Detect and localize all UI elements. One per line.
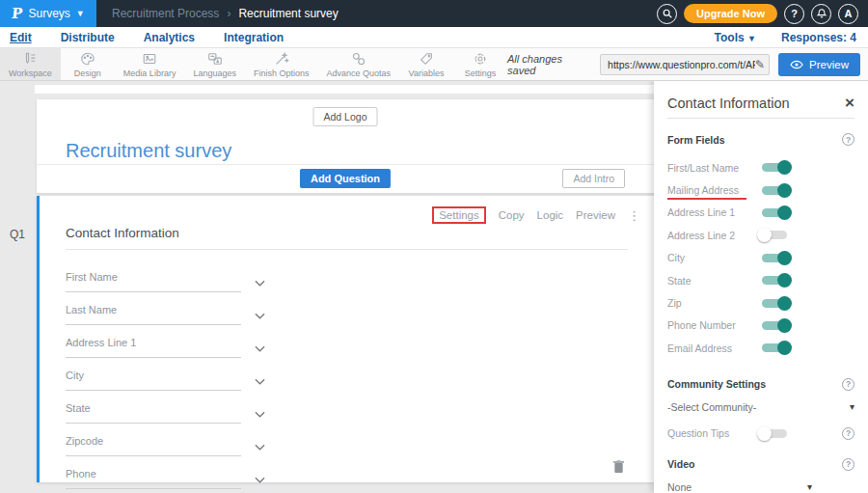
workspace-icon <box>22 51 38 67</box>
close-icon[interactable]: × <box>845 95 854 111</box>
form-fields-section-head: Form Fields ? <box>667 133 854 146</box>
question-action-preview[interactable]: Preview <box>576 209 615 221</box>
question-action-logic[interactable]: Logic <box>537 209 564 221</box>
field-input[interactable]: Address Line 1 <box>66 333 241 358</box>
toolbar-tab-settings[interactable]: Settings <box>453 48 507 80</box>
design-icon <box>80 51 95 67</box>
bell-icon <box>816 8 827 19</box>
chevron-down-icon: ▼ <box>747 34 756 43</box>
toggle-label: Zip <box>667 297 762 309</box>
toggle-email-address[interactable] <box>762 343 787 352</box>
field-input[interactable]: Last Name <box>66 300 241 325</box>
toolbar-tab-design[interactable]: Design <box>61 48 115 80</box>
chevron-down-icon[interactable] <box>255 378 265 385</box>
chevron-down-icon[interactable] <box>255 444 265 451</box>
add-intro-button[interactable]: Add Intro <box>562 169 625 188</box>
field-input[interactable]: Zipcode <box>66 431 241 456</box>
upgrade-now-button[interactable]: Upgrade Now <box>684 4 777 23</box>
toolbar-tab-label: Finish Options <box>254 68 310 78</box>
video-select[interactable]: None ▾ <box>667 481 812 493</box>
surveys-menu-label: Surveys <box>29 7 70 20</box>
help-icon[interactable]: ? <box>842 427 854 440</box>
finish-options-icon <box>274 51 289 67</box>
survey-url-value: https://www.questionpro.com/t/APNrFZ <box>608 59 755 70</box>
chevron-down-icon[interactable] <box>255 345 265 352</box>
toggle-label: Address Line 1 <box>667 206 762 218</box>
video-heading: Video <box>667 458 694 470</box>
toggle-city[interactable] <box>762 254 787 262</box>
edit-url-icon[interactable]: ✎ <box>755 58 765 71</box>
field-input[interactable]: State <box>66 398 241 424</box>
field-input[interactable]: Phone <box>66 464 241 489</box>
nav-item-integration[interactable]: Integration <box>224 31 284 44</box>
video-select-value: None <box>667 481 692 493</box>
question-card: SettingsCopyLogicPreview ⋮ Contact Infor… <box>37 196 654 482</box>
toolbar-tabs: WorkspaceDesignMedia LibraryLanguagesFin… <box>0 48 507 80</box>
tools-menu[interactable]: Tools ▼ <box>715 31 756 44</box>
toolbar-tab-label: Variables <box>409 68 445 78</box>
chevron-down-icon[interactable] <box>255 477 265 483</box>
nav-item-edit[interactable]: Edit <box>10 31 32 44</box>
survey-url-field[interactable]: https://www.questionpro.com/t/APNrFZ ✎ <box>600 54 770 75</box>
help-button[interactable]: ? <box>784 4 804 24</box>
toolbar-tab-workspace[interactable]: Workspace <box>0 48 61 80</box>
variables-icon <box>419 51 434 67</box>
toggle-address-line-2[interactable] <box>762 231 787 239</box>
survey-title[interactable]: Recruitment survey <box>66 140 231 162</box>
add-question-button[interactable]: Add Question <box>300 169 391 188</box>
help-icon[interactable]: ? <box>842 378 854 391</box>
question-tips-toggle[interactable] <box>762 429 787 438</box>
help-icon[interactable]: ? <box>842 133 854 146</box>
breadcrumb-current: Recruitment survey <box>238 7 338 20</box>
toggle-label: Email Address <box>667 342 762 354</box>
breadcrumb: Recruitment Process › Recruitment survey <box>112 7 339 20</box>
toolbar-tab-languages[interactable]: Languages <box>184 48 245 80</box>
form-field-row: Last Name <box>66 300 265 325</box>
toggle-state[interactable] <box>762 276 787 285</box>
question-title: Contact Information <box>66 226 179 240</box>
panel-toggle-row: Mailing Address <box>667 178 854 201</box>
scrolled-card-edge <box>35 85 654 94</box>
toolbar-tab-label: Workspace <box>9 68 52 78</box>
field-input[interactable]: First Name <box>66 267 241 292</box>
chevron-down-icon[interactable] <box>255 280 265 287</box>
toggle-zip[interactable] <box>762 299 787 308</box>
add-logo-button[interactable]: Add Logo <box>313 107 378 126</box>
surveys-menu[interactable]: P Surveys ▼ <box>0 0 96 27</box>
panel-toggle-row: Email Address <box>667 337 854 359</box>
account-avatar[interactable]: A <box>838 4 858 24</box>
toolbar-tab-variables[interactable]: Variables <box>399 48 453 80</box>
toggle-mailing-address[interactable] <box>762 186 787 195</box>
toolbar-tab-advance-quotas[interactable]: Advance Quotas <box>317 48 399 80</box>
form-field-row: Phone <box>66 464 265 489</box>
toggle-label: State <box>667 275 762 287</box>
form-fields-heading: Form Fields <box>667 134 725 146</box>
question-action-settings[interactable]: Settings <box>432 206 486 224</box>
chevron-down-icon[interactable] <box>255 313 265 319</box>
preview-button[interactable]: Preview <box>778 53 860 76</box>
question-action-copy[interactable]: Copy <box>499 209 525 221</box>
divider <box>66 249 628 250</box>
search-button[interactable] <box>657 4 677 24</box>
more-options-icon[interactable]: ⋮ <box>628 208 640 223</box>
search-icon <box>662 8 673 19</box>
toolbar-tab-label: Design <box>74 68 101 78</box>
help-icon[interactable]: ? <box>842 458 854 471</box>
breadcrumb-parent[interactable]: Recruitment Process <box>112 7 219 20</box>
toggle-first-last-name[interactable] <box>762 163 787 172</box>
responses-link[interactable]: Responses: 4 <box>781 31 856 44</box>
community-select[interactable]: -Select Community- ▾ <box>667 401 854 413</box>
panel-toggles: First/Last NameMailing AddressAddress Li… <box>667 156 854 360</box>
notifications-button[interactable] <box>811 4 831 24</box>
toggle-phone-number[interactable] <box>762 321 787 330</box>
panel-title: Contact Information <box>667 96 790 111</box>
delete-question-button[interactable] <box>612 459 625 474</box>
nav-item-distribute[interactable]: Distribute <box>61 31 115 44</box>
toolbar-tab-media-library[interactable]: Media Library <box>115 48 185 80</box>
toolbar-tab-finish-options[interactable]: Finish Options <box>245 48 318 80</box>
field-input[interactable]: City <box>66 366 241 391</box>
form-field-row: State <box>66 398 265 424</box>
nav-item-analytics[interactable]: Analytics <box>144 31 195 44</box>
toggle-address-line-1[interactable] <box>762 208 787 217</box>
chevron-down-icon[interactable] <box>255 411 265 418</box>
